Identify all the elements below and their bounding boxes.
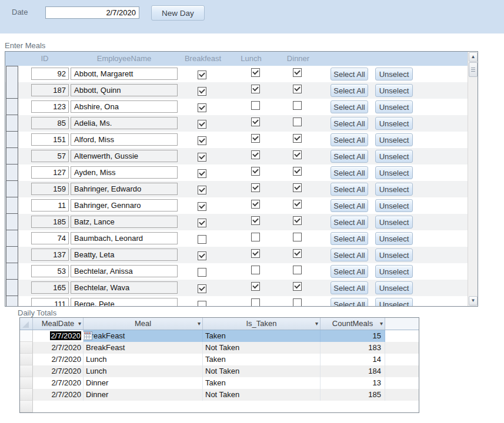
column-header-meal[interactable]: Meal ▾ bbox=[84, 318, 203, 330]
select-all-button[interactable]: Select All bbox=[331, 100, 368, 113]
employee-name-field[interactable]: Alford, Miss bbox=[71, 133, 178, 146]
employee-id-field[interactable]: 92 bbox=[31, 68, 69, 80]
unselect-button[interactable]: Unselect bbox=[375, 166, 413, 179]
countmeals-cell[interactable]: 183 bbox=[321, 342, 385, 354]
dinner-checkbox[interactable] bbox=[293, 216, 302, 225]
new-day-button[interactable]: New Day bbox=[151, 5, 205, 21]
lunch-checkbox[interactable] bbox=[251, 282, 260, 291]
breakfeast-checkbox[interactable] bbox=[198, 202, 206, 211]
meal-cell[interactable]: Dinner bbox=[84, 389, 203, 401]
record-selector[interactable] bbox=[6, 99, 18, 115]
lunch-checkbox[interactable] bbox=[251, 118, 260, 126]
unselect-button[interactable]: Unselect bbox=[375, 117, 413, 130]
istaken-cell[interactable]: Not Taken bbox=[203, 342, 321, 354]
employee-name-field[interactable]: Altenwerth, Gussie bbox=[71, 150, 178, 162]
scrollbar-thumb[interactable] bbox=[469, 62, 478, 77]
meal-cell[interactable]: Lunch bbox=[84, 354, 203, 365]
record-selector[interactable] bbox=[6, 82, 18, 99]
lunch-checkbox[interactable] bbox=[251, 101, 260, 110]
lunch-checkbox[interactable] bbox=[251, 249, 260, 258]
countmeals-cell[interactable]: 15 bbox=[321, 330, 385, 342]
employee-id-field[interactable]: 137 bbox=[31, 249, 69, 261]
dinner-checkbox[interactable] bbox=[293, 200, 302, 209]
date-input[interactable] bbox=[45, 6, 139, 19]
dinner-checkbox[interactable] bbox=[293, 233, 302, 241]
employee-id-field[interactable]: 151 bbox=[31, 133, 69, 146]
employee-name-field[interactable]: Adelia, Ms. bbox=[71, 117, 178, 129]
scrollbar-down-button[interactable]: ▼ bbox=[469, 296, 478, 306]
lunch-checkbox[interactable] bbox=[251, 216, 260, 225]
dinner-checkbox[interactable] bbox=[293, 298, 302, 306]
employee-id-field[interactable]: 11 bbox=[31, 199, 69, 212]
unselect-button[interactable]: Unselect bbox=[375, 249, 413, 261]
meal-cell[interactable]: Dinner bbox=[84, 377, 203, 389]
mealdate-cell[interactable]: 2/7/2020 bbox=[33, 365, 84, 377]
dinner-checkbox[interactable] bbox=[293, 68, 302, 77]
record-selector[interactable] bbox=[6, 263, 18, 280]
breakfeast-checkbox[interactable] bbox=[198, 186, 206, 194]
employee-id-field[interactable]: 53 bbox=[31, 265, 69, 277]
lunch-checkbox[interactable] bbox=[251, 150, 260, 159]
breakfeast-checkbox[interactable] bbox=[198, 268, 206, 277]
unselect-button[interactable]: Unselect bbox=[375, 133, 413, 146]
lunch-checkbox[interactable] bbox=[251, 68, 260, 77]
select-all-button[interactable]: Select All bbox=[331, 84, 368, 97]
select-all-button[interactable]: Select All bbox=[331, 183, 368, 196]
lunch-checkbox[interactable] bbox=[251, 134, 260, 143]
select-all-button[interactable]: Select All bbox=[331, 68, 368, 80]
employee-name-field[interactable]: Beatty, Leta bbox=[71, 249, 178, 261]
countmeals-cell[interactable]: 14 bbox=[321, 354, 385, 365]
employee-id-field[interactable]: 111 bbox=[31, 298, 69, 306]
breakfeast-checkbox[interactable] bbox=[198, 87, 206, 96]
breakfeast-checkbox[interactable] bbox=[198, 120, 206, 129]
unselect-button[interactable]: Unselect bbox=[375, 68, 413, 80]
mealdate-cell[interactable]: 2/7/2020 bbox=[33, 330, 84, 342]
column-header-istaken[interactable]: Is_Taken ▾ bbox=[203, 318, 321, 330]
employee-id-field[interactable]: 185 bbox=[31, 216, 69, 228]
select-all-button[interactable]: Select All bbox=[331, 298, 368, 306]
breakfeast-checkbox[interactable] bbox=[198, 136, 206, 145]
column-header-countmeals[interactable]: CountMeals ▾ bbox=[321, 318, 385, 330]
countmeals-cell[interactable]: 185 bbox=[321, 389, 385, 401]
employee-name-field[interactable]: Bechtelar, Wava bbox=[71, 281, 178, 294]
totals-record-selector[interactable] bbox=[20, 342, 33, 354]
employee-id-field[interactable]: 57 bbox=[31, 150, 69, 162]
mealdate-cell[interactable]: 2/7/2020 bbox=[33, 389, 84, 401]
record-selector[interactable] bbox=[6, 247, 18, 263]
istaken-dropdown-icon[interactable]: ▾ bbox=[315, 318, 318, 329]
employee-name-field[interactable]: Ayden, Miss bbox=[71, 166, 178, 179]
employee-id-field[interactable]: 187 bbox=[31, 84, 69, 96]
dinner-checkbox[interactable] bbox=[293, 150, 302, 159]
select-all-button[interactable]: Select All bbox=[331, 281, 368, 294]
select-all-button[interactable]: Select All bbox=[331, 265, 368, 278]
unselect-button[interactable]: Unselect bbox=[375, 265, 413, 278]
record-selector[interactable] bbox=[6, 296, 18, 306]
unselect-button[interactable]: Unselect bbox=[375, 298, 413, 306]
breakfeast-checkbox[interactable] bbox=[198, 235, 206, 244]
select-all-button[interactable]: Select All bbox=[331, 199, 368, 212]
record-selector[interactable] bbox=[6, 66, 18, 83]
scrollbar-up-button[interactable]: ▲ bbox=[469, 52, 478, 62]
select-all-button[interactable]: Select All bbox=[331, 133, 368, 146]
unselect-button[interactable]: Unselect bbox=[375, 232, 413, 245]
dinner-checkbox[interactable] bbox=[293, 282, 302, 291]
employee-name-field[interactable]: Bahringer, Edwardo bbox=[71, 183, 178, 195]
unselect-button[interactable]: Unselect bbox=[375, 199, 413, 212]
mealdate-dropdown-icon[interactable]: ▾ bbox=[78, 318, 81, 329]
breakfeast-checkbox[interactable] bbox=[198, 70, 206, 79]
totals-record-selector[interactable] bbox=[20, 354, 33, 365]
totals-record-selector[interactable] bbox=[20, 377, 33, 389]
employee-id-field[interactable]: 159 bbox=[31, 183, 69, 195]
record-selector[interactable] bbox=[6, 115, 18, 132]
breakfeast-checkbox[interactable] bbox=[198, 103, 206, 112]
unselect-button[interactable]: Unselect bbox=[375, 183, 413, 196]
unselect-button[interactable]: Unselect bbox=[375, 100, 413, 113]
select-all-button[interactable]: Select All bbox=[331, 117, 368, 130]
record-selector[interactable] bbox=[6, 164, 18, 181]
record-selector[interactable] bbox=[6, 197, 18, 214]
unselect-button[interactable]: Unselect bbox=[375, 150, 413, 163]
dinner-checkbox[interactable] bbox=[293, 101, 302, 110]
meal-dropdown-icon[interactable]: ▾ bbox=[198, 318, 201, 329]
meal-cell[interactable]: BreakFeast bbox=[84, 330, 203, 342]
record-selector[interactable] bbox=[6, 214, 18, 230]
